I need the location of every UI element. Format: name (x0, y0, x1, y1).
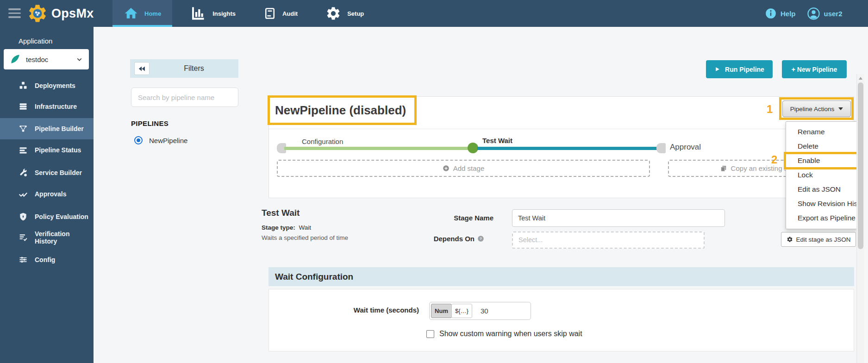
opsmx-logo: OpsMx (27, 3, 94, 24)
sidebar-item-service-builder[interactable]: Service Builder (0, 162, 94, 183)
pipeline-title: NewPipeline (disabled) (275, 103, 406, 118)
top-navbar: OpsMx Home Insights Audit (0, 0, 868, 27)
policy-shield-icon (19, 212, 28, 221)
svg-text:?: ? (480, 237, 482, 241)
help-tooltip-icon[interactable]: ? (477, 235, 484, 242)
home-icon (124, 6, 138, 21)
filters-panel-header: Filters (130, 59, 238, 78)
selected-application: testdoc (26, 56, 71, 63)
sidebar-item-verification-history[interactable]: Verification History (0, 227, 94, 248)
copy-icon (720, 165, 727, 172)
numeric-mode-toggle[interactable]: Num (431, 304, 452, 318)
sidebar-item-label: Pipeline Status (35, 146, 81, 154)
scrollbar-thumb[interactable] (858, 82, 863, 249)
filters-title: Filters (150, 64, 238, 73)
app-leaf-icon (9, 53, 21, 65)
setup-gear-icon (325, 6, 341, 21)
sidebar-item-policy-evaluation[interactable]: Policy Evaluation (0, 206, 94, 227)
sidebar-item-label: Verification History (35, 230, 94, 245)
collapse-filters-button[interactable] (134, 62, 150, 75)
username-label: user2 (824, 10, 843, 18)
stage-node-approval[interactable] (656, 143, 666, 153)
application-selector[interactable]: testdoc (4, 49, 89, 69)
wait-time-input-group: Num ${…} 30 (429, 302, 531, 320)
depends-on-label: Depends On (434, 235, 475, 243)
depends-on-label-row: Depends On ? (398, 235, 484, 243)
menu-item-export-as-pipeline[interactable]: Export as Pipeline Template (786, 211, 857, 225)
edit-stage-as-json-label: Edit stage as JSON (796, 236, 851, 243)
wait-time-value[interactable]: 30 (481, 307, 488, 315)
menu-item-enable[interactable]: Enable (786, 153, 857, 168)
help-button[interactable]: Help (765, 7, 796, 19)
new-pipeline-button[interactable]: + New Pipeline (782, 60, 847, 78)
hamburger-menu-icon[interactable] (8, 8, 21, 19)
pipeline-actions-button[interactable]: Pipeline Actions (782, 100, 851, 117)
add-stage-label: Add stage (453, 164, 485, 172)
tab-audit[interactable]: Audit (252, 0, 309, 27)
infrastructure-icon (19, 102, 28, 111)
panel-divider (269, 129, 854, 129)
topbar-right: Help user2 (765, 0, 843, 27)
approvals-icon (19, 189, 28, 199)
vertical-scrollbar[interactable] (856, 74, 864, 363)
pipeline-builder-icon (19, 124, 28, 133)
tab-home[interactable]: Home (112, 0, 172, 27)
new-pipeline-label: + New Pipeline (792, 66, 837, 73)
rewind-collapse-icon (138, 65, 146, 73)
sidebar-item-pipeline-builder[interactable]: Pipeline Builder (0, 118, 94, 139)
sidebar-item-pipeline-status[interactable]: Pipeline Status (0, 139, 94, 161)
sidebar-item-approvals[interactable]: Approvals (0, 183, 94, 205)
pipeline-title-highlight-box: NewPipeline (disabled) (268, 95, 417, 125)
stage-type-value: Wait (299, 224, 312, 231)
stage-graph-label-approval[interactable]: Approval (670, 143, 701, 152)
user-menu[interactable]: user2 (807, 7, 843, 20)
skip-wait-warning-option[interactable]: Show custom warning when users skip wait (426, 330, 582, 338)
skip-wait-warning-label: Show custom warning when users skip wait (439, 330, 582, 338)
wait-time-label: Wait time (seconds) (326, 306, 419, 314)
plus-circle-icon (443, 165, 450, 172)
user-avatar-icon (807, 7, 820, 20)
stage-node-test-wait[interactable] (468, 143, 478, 153)
stage-type-line: Stage type: Wait (262, 224, 311, 231)
tab-label: Insights (212, 10, 236, 17)
insights-chart-icon (189, 5, 206, 22)
menu-item-rename[interactable]: Rename (786, 125, 857, 139)
pipeline-search-input[interactable] (131, 88, 238, 107)
pipeline-radio-selected[interactable] (134, 136, 143, 144)
info-icon (765, 7, 777, 19)
tab-insights[interactable]: Insights (178, 0, 247, 27)
menu-item-lock[interactable]: Lock (786, 168, 857, 182)
opsmx-gear-logo-icon (27, 3, 48, 24)
menu-item-edit-as-json[interactable]: Edit as JSON (786, 182, 857, 196)
gear-icon (787, 236, 793, 243)
stage-graph-label-configuration[interactable]: Configuration (302, 138, 343, 145)
sidebar-item-config[interactable]: Config (0, 249, 94, 270)
annotation-step-1: 1 (767, 103, 773, 116)
skip-wait-warning-checkbox[interactable] (426, 330, 434, 338)
config-sliders-icon (19, 255, 28, 264)
depends-on-select[interactable]: Select... (512, 232, 705, 249)
sidebar-item-infrastructure[interactable]: Infrastructure (0, 96, 94, 117)
caret-down-icon (838, 107, 843, 110)
deployments-icon (19, 81, 28, 90)
annotation-step-2: 2 (771, 153, 777, 166)
run-pipeline-button[interactable]: Run Pipeline (706, 60, 773, 78)
add-stage-button[interactable]: Add stage (277, 160, 650, 177)
brand-name: OpsMx (51, 6, 94, 21)
menu-item-delete[interactable]: Delete (786, 139, 857, 153)
menu-item-show-revision-history[interactable]: Show Revision History (786, 196, 857, 211)
audit-book-icon (263, 6, 276, 21)
edit-stage-as-json-button[interactable]: Edit stage as JSON (781, 232, 856, 247)
scroll-up-arrow-icon[interactable] (859, 77, 862, 80)
stage-name-input[interactable] (512, 209, 725, 227)
sidebar-item-deployments[interactable]: Deployments (0, 75, 94, 96)
stage-graph-label-test-wait[interactable]: Test Wait (482, 137, 512, 144)
play-icon (714, 66, 720, 72)
pipeline-list-item-newpipeline[interactable]: NewPipeline (134, 136, 187, 144)
wait-configuration-header: Wait Configuration (269, 267, 854, 286)
tab-setup[interactable]: Setup (314, 0, 375, 27)
pipeline-status-icon (19, 145, 28, 155)
sidebar-item-label: Service Builder (35, 169, 82, 176)
expression-mode-toggle[interactable]: ${…} (451, 304, 472, 318)
service-builder-icon (19, 168, 28, 177)
